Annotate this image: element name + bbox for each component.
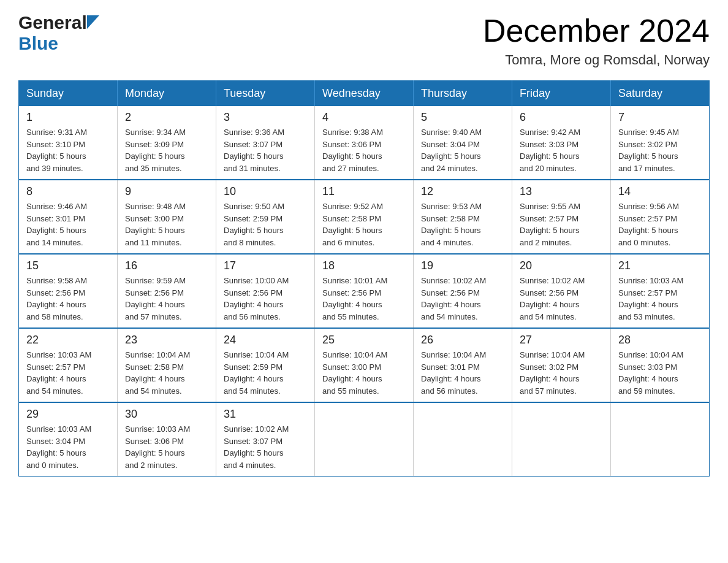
day-number: 6 bbox=[520, 111, 603, 124]
calendar-cell: 28Sunrise: 10:04 AMSunset: 3:03 PMDaylig… bbox=[611, 328, 710, 402]
day-number: 28 bbox=[618, 334, 702, 347]
day-number: 18 bbox=[322, 259, 406, 272]
day-number: 10 bbox=[224, 185, 307, 198]
day-info: Sunrise: 9:46 AMSunset: 3:01 PMDaylight:… bbox=[26, 201, 110, 248]
day-number: 30 bbox=[125, 408, 208, 421]
day-header-row: Sunday Monday Tuesday Wednesday Thursday… bbox=[19, 81, 710, 107]
calendar-cell: 15Sunrise: 9:58 AMSunset: 2:56 PMDayligh… bbox=[19, 254, 118, 328]
calendar-cell: 30Sunrise: 10:03 AMSunset: 3:06 PMDaylig… bbox=[118, 402, 216, 477]
calendar-cell bbox=[512, 402, 611, 477]
day-info: Sunrise: 9:34 AMSunset: 3:09 PMDaylight:… bbox=[125, 126, 208, 174]
day-info: Sunrise: 9:55 AMSunset: 2:57 PMDaylight:… bbox=[520, 201, 603, 248]
day-info: Sunrise: 10:03 AMSunset: 3:06 PMDaylight… bbox=[125, 423, 208, 471]
calendar-cell: 29Sunrise: 10:03 AMSunset: 3:04 PMDaylig… bbox=[19, 402, 118, 477]
day-number: 11 bbox=[322, 185, 406, 198]
calendar-cell: 9Sunrise: 9:48 AMSunset: 3:00 PMDaylight… bbox=[118, 180, 216, 254]
day-number: 22 bbox=[26, 334, 110, 347]
title-section: December 2024 Tomra, More og Romsdal, No… bbox=[483, 12, 710, 68]
header-sunday: Sunday bbox=[19, 81, 118, 107]
calendar-cell: 26Sunrise: 10:04 AMSunset: 3:01 PMDaylig… bbox=[414, 328, 512, 402]
day-number: 2 bbox=[125, 111, 208, 124]
calendar-cell: 20Sunrise: 10:02 AMSunset: 2:56 PMDaylig… bbox=[512, 254, 611, 328]
day-number: 21 bbox=[618, 259, 702, 272]
day-number: 16 bbox=[125, 259, 208, 272]
day-info: Sunrise: 10:02 AMSunset: 2:56 PMDaylight… bbox=[520, 275, 603, 323]
calendar-cell: 19Sunrise: 10:02 AMSunset: 2:56 PMDaylig… bbox=[414, 254, 512, 328]
calendar-cell: 17Sunrise: 10:00 AMSunset: 2:56 PMDaylig… bbox=[216, 254, 315, 328]
day-info: Sunrise: 10:00 AMSunset: 2:56 PMDaylight… bbox=[224, 275, 307, 323]
calendar-cell: 31Sunrise: 10:02 AMSunset: 3:07 PMDaylig… bbox=[216, 402, 315, 477]
calendar-cell: 16Sunrise: 9:59 AMSunset: 2:56 PMDayligh… bbox=[118, 254, 216, 328]
header-monday: Monday bbox=[118, 81, 216, 107]
day-number: 29 bbox=[26, 408, 110, 421]
calendar-cell: 4Sunrise: 9:38 AMSunset: 3:06 PMDaylight… bbox=[315, 106, 414, 180]
day-info: Sunrise: 10:03 AMSunset: 2:57 PMDaylight… bbox=[26, 349, 110, 397]
day-number: 19 bbox=[421, 259, 504, 272]
day-info: Sunrise: 10:02 AMSunset: 2:56 PMDaylight… bbox=[421, 275, 504, 323]
calendar-week-row: 22Sunrise: 10:03 AMSunset: 2:57 PMDaylig… bbox=[19, 328, 710, 402]
location-title: Tomra, More og Romsdal, Norway bbox=[483, 52, 710, 68]
day-info: Sunrise: 10:04 AMSunset: 3:00 PMDaylight… bbox=[322, 349, 406, 397]
logo-blue-text: Blue bbox=[18, 33, 58, 54]
day-info: Sunrise: 9:45 AMSunset: 3:02 PMDaylight:… bbox=[618, 126, 702, 174]
calendar-week-row: 8Sunrise: 9:46 AMSunset: 3:01 PMDaylight… bbox=[19, 180, 710, 254]
calendar-cell: 1Sunrise: 9:31 AMSunset: 3:10 PMDaylight… bbox=[19, 106, 118, 180]
day-info: Sunrise: 9:53 AMSunset: 2:58 PMDaylight:… bbox=[421, 201, 504, 248]
calendar-cell: 2Sunrise: 9:34 AMSunset: 3:09 PMDaylight… bbox=[118, 106, 216, 180]
day-number: 3 bbox=[224, 111, 307, 124]
day-number: 24 bbox=[224, 334, 307, 347]
header-tuesday: Tuesday bbox=[216, 81, 315, 107]
day-info: Sunrise: 10:04 AMSunset: 2:59 PMDaylight… bbox=[224, 349, 307, 397]
calendar-cell: 8Sunrise: 9:46 AMSunset: 3:01 PMDaylight… bbox=[19, 180, 118, 254]
day-number: 5 bbox=[421, 111, 504, 124]
day-number: 13 bbox=[520, 185, 603, 198]
calendar-cell bbox=[414, 402, 512, 477]
day-number: 7 bbox=[618, 111, 702, 124]
calendar-table: Sunday Monday Tuesday Wednesday Thursday… bbox=[18, 80, 710, 477]
calendar-cell: 10Sunrise: 9:50 AMSunset: 2:59 PMDayligh… bbox=[216, 180, 315, 254]
calendar-cell: 25Sunrise: 10:04 AMSunset: 3:00 PMDaylig… bbox=[315, 328, 414, 402]
logo-arrow-icon bbox=[87, 15, 99, 29]
month-title: December 2024 bbox=[483, 12, 710, 49]
day-info: Sunrise: 10:03 AMSunset: 3:04 PMDaylight… bbox=[26, 423, 110, 471]
day-info: Sunrise: 10:04 AMSunset: 3:02 PMDaylight… bbox=[520, 349, 603, 397]
page-header: General Blue December 2024 Tomra, More o… bbox=[18, 12, 710, 68]
day-info: Sunrise: 9:38 AMSunset: 3:06 PMDaylight:… bbox=[322, 126, 406, 174]
day-info: Sunrise: 10:04 AMSunset: 3:01 PMDaylight… bbox=[421, 349, 504, 397]
header-thursday: Thursday bbox=[414, 81, 512, 107]
day-info: Sunrise: 9:50 AMSunset: 2:59 PMDaylight:… bbox=[224, 201, 307, 248]
day-info: Sunrise: 10:03 AMSunset: 2:57 PMDaylight… bbox=[618, 275, 702, 323]
day-number: 12 bbox=[421, 185, 504, 198]
day-number: 20 bbox=[520, 259, 603, 272]
day-number: 4 bbox=[322, 111, 406, 124]
calendar-cell: 13Sunrise: 9:55 AMSunset: 2:57 PMDayligh… bbox=[512, 180, 611, 254]
svg-marker-0 bbox=[87, 15, 99, 29]
day-info: Sunrise: 10:01 AMSunset: 2:56 PMDaylight… bbox=[322, 275, 406, 323]
day-info: Sunrise: 9:40 AMSunset: 3:04 PMDaylight:… bbox=[421, 126, 504, 174]
logo-wrapper: General bbox=[18, 12, 99, 33]
calendar-cell: 27Sunrise: 10:04 AMSunset: 3:02 PMDaylig… bbox=[512, 328, 611, 402]
day-info: Sunrise: 9:31 AMSunset: 3:10 PMDaylight:… bbox=[26, 126, 110, 174]
calendar-cell bbox=[611, 402, 710, 477]
calendar-week-row: 15Sunrise: 9:58 AMSunset: 2:56 PMDayligh… bbox=[19, 254, 710, 328]
day-number: 1 bbox=[26, 111, 110, 124]
calendar-cell: 22Sunrise: 10:03 AMSunset: 2:57 PMDaylig… bbox=[19, 328, 118, 402]
header-friday: Friday bbox=[512, 81, 611, 107]
calendar-cell: 14Sunrise: 9:56 AMSunset: 2:57 PMDayligh… bbox=[611, 180, 710, 254]
calendar-week-row: 29Sunrise: 10:03 AMSunset: 3:04 PMDaylig… bbox=[19, 402, 710, 477]
day-number: 14 bbox=[618, 185, 702, 198]
day-info: Sunrise: 10:02 AMSunset: 3:07 PMDaylight… bbox=[224, 423, 307, 471]
calendar-cell: 5Sunrise: 9:40 AMSunset: 3:04 PMDaylight… bbox=[414, 106, 512, 180]
day-info: Sunrise: 9:48 AMSunset: 3:00 PMDaylight:… bbox=[125, 201, 208, 248]
calendar-cell: 11Sunrise: 9:52 AMSunset: 2:58 PMDayligh… bbox=[315, 180, 414, 254]
logo: General Blue bbox=[18, 12, 99, 54]
day-number: 26 bbox=[421, 334, 504, 347]
day-info: Sunrise: 9:58 AMSunset: 2:56 PMDaylight:… bbox=[26, 275, 110, 323]
calendar-cell: 21Sunrise: 10:03 AMSunset: 2:57 PMDaylig… bbox=[611, 254, 710, 328]
day-info: Sunrise: 10:04 AMSunset: 2:58 PMDaylight… bbox=[125, 349, 208, 397]
day-info: Sunrise: 9:42 AMSunset: 3:03 PMDaylight:… bbox=[520, 126, 603, 174]
day-number: 23 bbox=[125, 334, 208, 347]
day-info: Sunrise: 9:56 AMSunset: 2:57 PMDaylight:… bbox=[618, 201, 702, 248]
day-number: 31 bbox=[224, 408, 307, 421]
header-saturday: Saturday bbox=[611, 81, 710, 107]
